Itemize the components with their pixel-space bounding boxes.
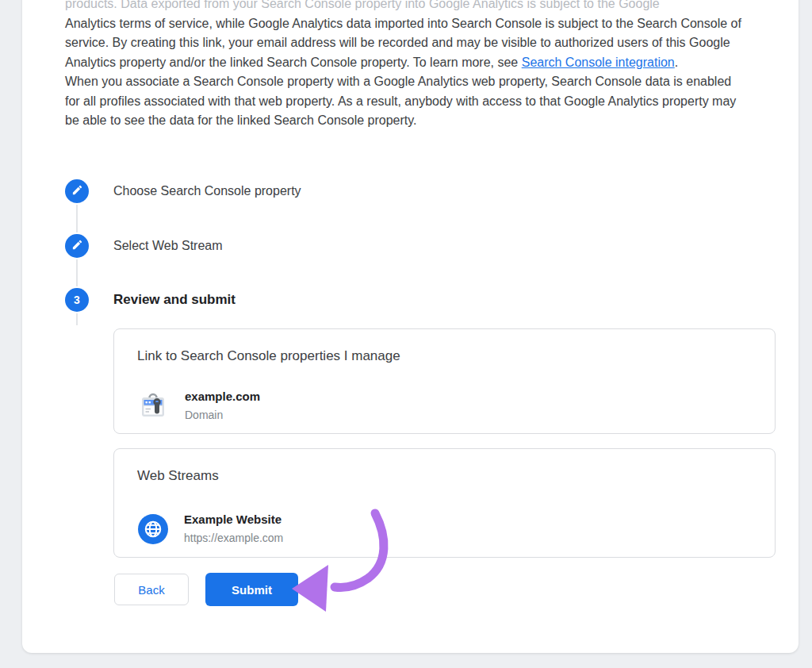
pencil-icon	[71, 239, 83, 254]
pencil-icon	[71, 184, 83, 199]
step-3-circle[interactable]: 3	[65, 288, 89, 312]
stepper-connector	[76, 313, 78, 325]
back-button[interactable]: Back	[114, 574, 189, 605]
search-console-integration-link[interactable]: Search Console integration	[522, 56, 675, 69]
search-console-icon	[139, 390, 167, 424]
step-1-circle[interactable]	[65, 179, 89, 203]
stream-name: Example Website	[184, 513, 282, 526]
step-2-circle[interactable]	[65, 234, 89, 258]
intro-paragraph-2: When you associate a Search Console prop…	[65, 72, 747, 131]
stepper-connector	[76, 205, 78, 232]
property-type: Domain	[185, 409, 223, 421]
globe-icon	[137, 513, 169, 548]
intro-text: products. Data exported from your Search…	[65, 0, 747, 131]
intro-faded-line: products. Data exported from your Search…	[65, 0, 747, 14]
step-3-label[interactable]: Review and submit	[113, 292, 236, 308]
search-console-card: Link to Search Console properties I mana…	[113, 328, 776, 434]
search-console-card-title: Link to Search Console properties I mana…	[137, 348, 400, 364]
web-streams-card: Web Streams Example Website https://exam…	[113, 448, 776, 558]
intro-paragraph-1: Analytics terms of service, while Google…	[65, 14, 747, 73]
stream-url: https://example.com	[184, 532, 283, 544]
intro-paragraph-1-suffix: .	[675, 56, 678, 69]
stepper-connector	[76, 259, 78, 286]
submit-button[interactable]: Submit	[205, 573, 298, 606]
step-3-number: 3	[74, 294, 80, 306]
web-streams-card-title: Web Streams	[137, 468, 219, 484]
linking-wizard-page: products. Data exported from your Search…	[0, 0, 812, 668]
step-1-label[interactable]: Choose Search Console property	[113, 184, 301, 198]
step-2-label[interactable]: Select Web Stream	[113, 239, 223, 253]
property-name: example.com	[185, 390, 260, 403]
